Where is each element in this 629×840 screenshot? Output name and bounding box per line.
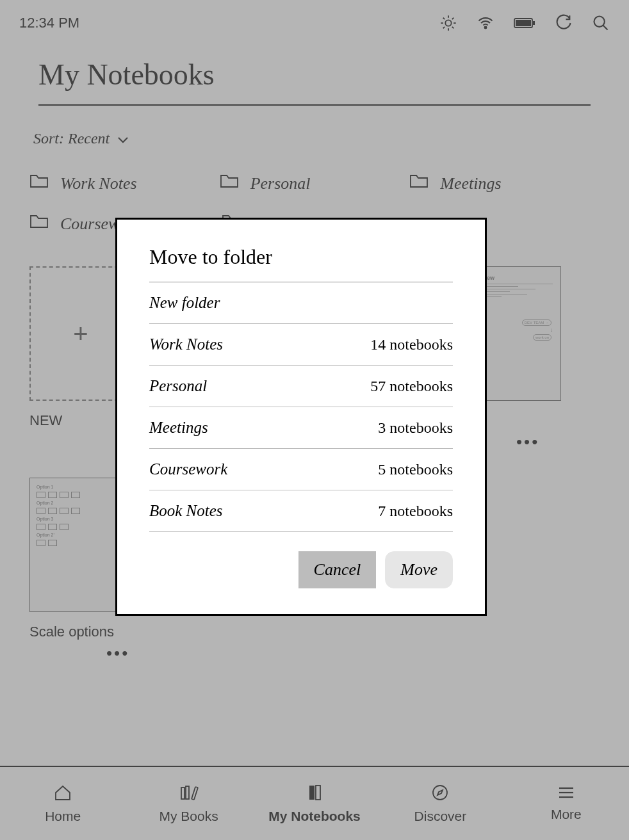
svg-line-19: [192, 799, 194, 800]
nav-more[interactable]: More: [503, 767, 629, 840]
svg-rect-16: [186, 786, 189, 799]
svg-rect-15: [181, 788, 184, 799]
notebook-icon: [306, 784, 323, 805]
svg-rect-22: [316, 786, 320, 800]
svg-marker-24: [437, 790, 443, 795]
folder-option-meetings[interactable]: Meetings 3 notebooks: [149, 407, 453, 449]
folder-option-count: 14 notebooks: [370, 336, 453, 353]
folder-option-book-notes[interactable]: Book Notes 7 notebooks: [149, 490, 453, 532]
new-folder-row[interactable]: New folder: [149, 282, 453, 324]
folder-option-count: 7 notebooks: [378, 503, 453, 520]
nav-home[interactable]: Home: [0, 767, 126, 840]
folder-option-name: Personal: [149, 377, 207, 395]
move-button[interactable]: Move: [385, 551, 453, 588]
compass-icon: [431, 784, 449, 805]
nav-my-notebooks[interactable]: My Notebooks: [252, 767, 377, 840]
nav-label: My Books: [159, 809, 218, 824]
nav-my-books[interactable]: My Books: [126, 767, 251, 840]
home-icon: [53, 784, 72, 805]
new-folder-label: New folder: [149, 294, 220, 312]
move-to-folder-modal: Move to folder New folder Work Notes 14 …: [115, 218, 487, 616]
menu-icon: [557, 786, 575, 803]
nav-label: Home: [45, 809, 81, 824]
folder-option-coursework[interactable]: Coursework 5 notebooks: [149, 449, 453, 490]
folder-option-count: 3 notebooks: [378, 419, 453, 437]
folder-option-name: Work Notes: [149, 335, 223, 353]
svg-rect-21: [309, 786, 314, 800]
cancel-button[interactable]: Cancel: [298, 551, 377, 588]
books-icon: [179, 784, 199, 805]
nav-discover[interactable]: Discover: [377, 767, 503, 840]
nav-label: My Notebooks: [268, 809, 361, 824]
folder-option-count: 57 notebooks: [370, 378, 453, 395]
folder-option-name: Coursework: [149, 460, 227, 478]
svg-line-20: [195, 787, 198, 788]
nav-label: More: [551, 807, 582, 822]
svg-point-23: [433, 786, 447, 800]
folder-option-name: Book Notes: [149, 502, 223, 520]
folder-option-name: Meetings: [149, 419, 208, 437]
folder-option-work-notes[interactable]: Work Notes 14 notebooks: [149, 324, 453, 366]
folder-option-personal[interactable]: Personal 57 notebooks: [149, 366, 453, 407]
nav-label: Discover: [414, 809, 467, 824]
modal-title: Move to folder: [149, 245, 453, 282]
modal-actions: Cancel Move: [149, 532, 453, 588]
folder-option-count: 5 notebooks: [378, 461, 453, 478]
bottom-nav: Home My Books My Notebooks: [0, 766, 629, 840]
